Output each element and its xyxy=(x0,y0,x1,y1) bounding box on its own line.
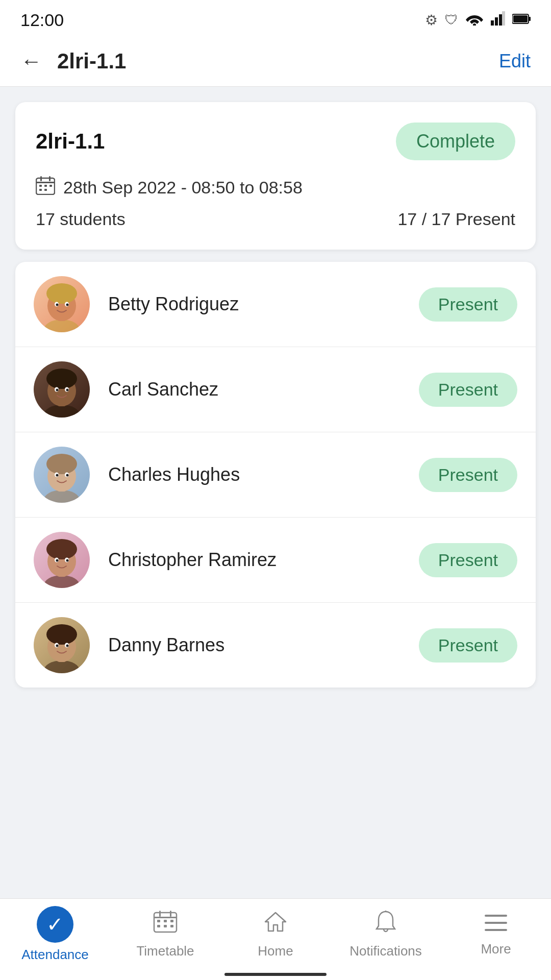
nav-label-notifications: Notifications xyxy=(349,943,422,959)
nav-item-more[interactable]: More xyxy=(455,912,537,957)
timetable-icon xyxy=(153,910,178,939)
present-badge[interactable]: Present xyxy=(419,543,517,577)
svg-rect-6 xyxy=(529,17,531,21)
svg-rect-66 xyxy=(157,920,160,922)
svg-rect-64 xyxy=(159,911,161,917)
svg-point-43 xyxy=(66,474,69,477)
shield-icon: 🛡 xyxy=(445,12,458,28)
svg-rect-12 xyxy=(39,185,42,187)
svg-point-0 xyxy=(473,23,476,26)
svg-rect-63 xyxy=(154,917,177,918)
summary-card: 2lri-1.1 Complete 28th Sep 2022 - 08:50 … xyxy=(15,102,536,250)
notifications-icon xyxy=(374,910,397,939)
svg-rect-73 xyxy=(485,915,507,917)
svg-point-52 xyxy=(66,559,69,562)
nav-item-timetable[interactable]: Timetable xyxy=(124,910,206,959)
svg-rect-16 xyxy=(44,189,47,191)
svg-rect-15 xyxy=(39,189,42,191)
svg-rect-67 xyxy=(164,920,167,922)
student-name: Betty Rodriguez xyxy=(108,293,419,315)
svg-point-61 xyxy=(66,645,69,647)
student-avatar xyxy=(34,617,90,673)
nav-label-timetable: Timetable xyxy=(136,943,194,959)
summary-title: 2lri-1.1 xyxy=(36,129,105,154)
svg-point-57 xyxy=(46,624,77,645)
svg-point-39 xyxy=(46,454,77,474)
student-name: Christopher Ramirez xyxy=(108,549,419,571)
attendance-icon: ✓ xyxy=(37,906,73,943)
student-avatar xyxy=(34,361,90,418)
student-row: Carl Sanchez Present xyxy=(15,347,536,432)
nav-item-notifications[interactable]: Notifications xyxy=(345,910,427,959)
student-avatar xyxy=(34,532,90,588)
summary-stats: 17 students 17 / 17 Present xyxy=(36,209,515,229)
present-badge[interactable]: Present xyxy=(419,373,517,407)
svg-rect-13 xyxy=(44,185,47,187)
student-avatar xyxy=(34,276,90,332)
student-row: Danny Barnes Present xyxy=(15,603,536,688)
summary-date-row: 28th Sep 2022 - 08:50 to 08:58 xyxy=(36,176,515,199)
nav-item-home[interactable]: Home xyxy=(235,910,316,959)
battery-icon xyxy=(512,12,531,28)
status-icons: ⚙ 🛡 xyxy=(425,11,531,29)
students-list: Betty Rodriguez Present xyxy=(15,262,536,688)
svg-rect-4 xyxy=(502,11,505,26)
summary-header: 2lri-1.1 Complete xyxy=(36,122,515,160)
nav-label-attendance: Attendance xyxy=(21,947,89,963)
svg-point-51 xyxy=(56,559,59,562)
edit-button[interactable]: Edit xyxy=(499,51,531,72)
home-indicator xyxy=(224,973,327,976)
back-button[interactable]: ← xyxy=(20,49,42,74)
more-icon xyxy=(485,912,507,937)
svg-rect-74 xyxy=(485,922,507,924)
status-time: 12:00 xyxy=(20,10,64,30)
nav-item-attendance[interactable]: ✓ Attendance xyxy=(14,906,96,963)
svg-rect-1 xyxy=(491,20,494,26)
student-row: Charles Hughes Present xyxy=(15,432,536,518)
student-row: Betty Rodriguez Present xyxy=(15,262,536,347)
svg-rect-68 xyxy=(170,920,173,922)
home-icon xyxy=(263,910,288,939)
svg-rect-75 xyxy=(485,929,507,931)
svg-rect-71 xyxy=(170,925,173,927)
svg-rect-10 xyxy=(40,176,42,181)
student-name: Charles Hughes xyxy=(108,464,419,485)
svg-point-34 xyxy=(66,389,69,391)
signal-icon xyxy=(491,11,505,29)
present-badge[interactable]: Present xyxy=(419,458,517,492)
student-row: Christopher Ramirez Present xyxy=(15,518,536,603)
status-bar: 12:00 ⚙ 🛡 xyxy=(0,0,551,36)
bottom-nav: ✓ Attendance Timetable xyxy=(0,898,551,980)
svg-rect-70 xyxy=(164,925,167,927)
calendar-icon xyxy=(36,176,55,199)
page-title: 2lri-1.1 xyxy=(57,49,499,74)
svg-rect-2 xyxy=(495,17,498,26)
svg-point-60 xyxy=(56,645,59,647)
svg-rect-65 xyxy=(170,911,171,917)
students-count: 17 students xyxy=(36,209,126,229)
student-avatar xyxy=(34,447,90,503)
main-content: 2lri-1.1 Complete 28th Sep 2022 - 08:50 … xyxy=(0,87,551,898)
svg-point-21 xyxy=(46,283,77,304)
present-badge[interactable]: Present xyxy=(419,628,517,663)
svg-point-30 xyxy=(46,369,77,389)
present-count: 17 / 17 Present xyxy=(397,209,515,229)
svg-rect-3 xyxy=(499,14,502,26)
svg-rect-14 xyxy=(49,185,52,187)
student-name: Carl Sanchez xyxy=(108,379,419,400)
complete-badge[interactable]: Complete xyxy=(396,122,515,160)
student-name: Danny Barnes xyxy=(108,634,419,656)
svg-rect-7 xyxy=(513,15,528,22)
svg-point-48 xyxy=(46,539,77,559)
summary-date: 28th Sep 2022 - 08:50 to 08:58 xyxy=(63,178,303,198)
settings-icon: ⚙ xyxy=(425,12,438,29)
nav-label-home: Home xyxy=(258,943,293,959)
svg-rect-69 xyxy=(157,925,160,927)
wifi-icon xyxy=(465,11,484,29)
nav-bar: ← 2lri-1.1 Edit xyxy=(0,36,551,87)
svg-point-25 xyxy=(66,304,69,306)
svg-point-33 xyxy=(56,389,59,391)
present-badge[interactable]: Present xyxy=(419,287,517,322)
svg-point-42 xyxy=(56,474,59,477)
svg-point-24 xyxy=(56,304,59,306)
